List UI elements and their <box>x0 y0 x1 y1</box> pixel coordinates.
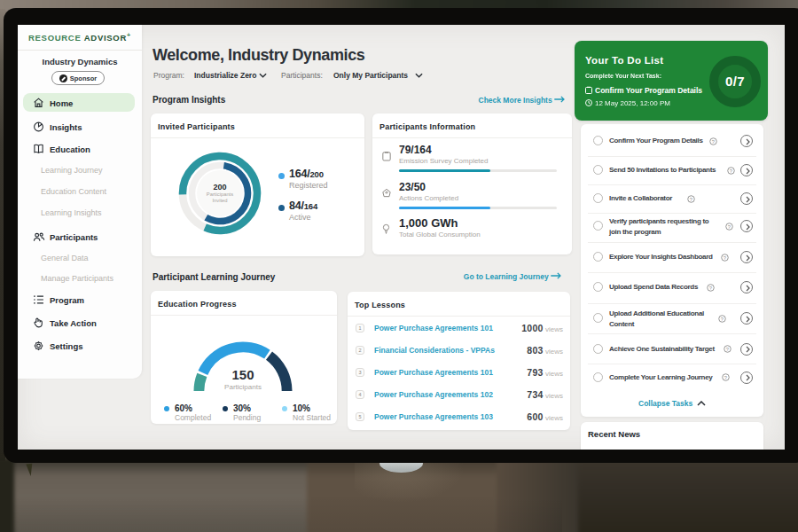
svg-text:?: ? <box>724 375 728 380</box>
svg-text:?: ? <box>721 316 724 321</box>
svg-text:?: ? <box>709 285 713 290</box>
svg-text:?: ? <box>728 223 732 229</box>
svg-text:?: ? <box>730 168 733 173</box>
svg-text:?: ? <box>724 254 727 260</box>
svg-text:?: ? <box>712 138 716 144</box>
svg-text:?: ? <box>726 347 730 352</box>
svg-text:?: ? <box>690 196 693 201</box>
